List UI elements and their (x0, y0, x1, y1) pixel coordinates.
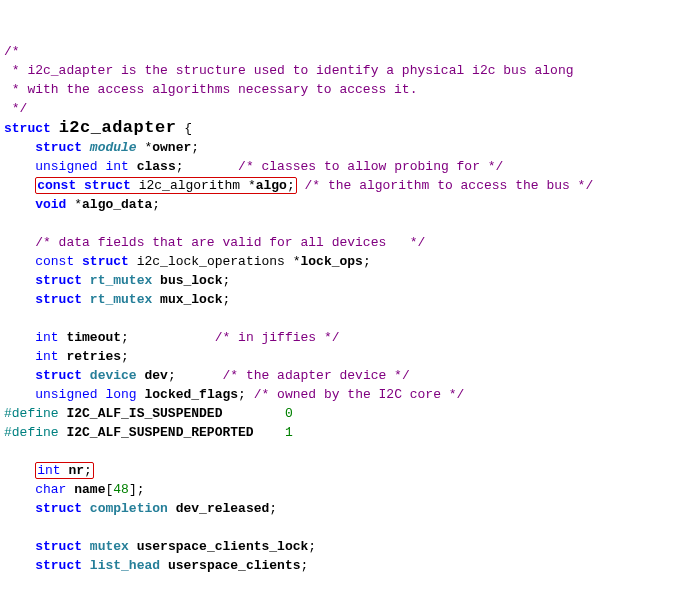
kw-struct: struct (35, 273, 82, 288)
field-retries: retries (66, 349, 121, 364)
num-one: 1 (285, 425, 293, 440)
kw-struct: struct (35, 368, 82, 383)
type-list-head: list_head (90, 558, 160, 573)
field-lock-ops: lock_ops (301, 254, 363, 269)
comment-line: /* (4, 44, 20, 59)
field-locked-flags: locked_flags (144, 387, 238, 402)
field-uc: userspace_clients (168, 558, 301, 573)
comment-datafields: /* data fields that are valid for all de… (35, 235, 425, 250)
kw-struct: struct (35, 501, 82, 516)
pp-define: #define (4, 406, 59, 421)
field-nr: nr (68, 463, 84, 478)
kw-int: int (35, 330, 58, 345)
type-device: device (90, 368, 137, 383)
kw-struct: struct (4, 121, 51, 136)
kw-int: int (37, 463, 60, 478)
num-zero: 0 (285, 406, 293, 421)
field-dev-released: dev_released (176, 501, 270, 516)
kw-struct: struct (35, 558, 82, 573)
highlighted-algo-line: const struct i2c_algorithm *algo; (35, 177, 297, 194)
kw-char: char (35, 482, 66, 497)
field-bus-lock: bus_lock (160, 273, 222, 288)
comment-line: * i2c_adapter is the structure used to i… (4, 63, 574, 78)
field-timeout: timeout (66, 330, 121, 345)
comment-adapterdev: /* the adapter device */ (222, 368, 409, 383)
type-module: module (90, 140, 137, 155)
kw-struct: struct (82, 254, 129, 269)
struct-name: i2c_adapter (59, 118, 177, 137)
field-uc-lock: userspace_clients_lock (137, 539, 309, 554)
num-48: 48 (113, 482, 129, 497)
comment-classes: /* classes to allow probing for */ (238, 159, 503, 174)
field-algo: algo (256, 178, 287, 193)
comment-algo: /* the algorithm to access the bus */ (305, 178, 594, 193)
field-dev: dev (144, 368, 167, 383)
type-rt-mutex: rt_mutex (90, 273, 152, 288)
kw-void: void (35, 197, 66, 212)
field-name: name (74, 482, 105, 497)
kw-int: int (35, 349, 58, 364)
kw-long: long (105, 387, 136, 402)
type-rt-mutex: rt_mutex (90, 292, 152, 307)
kw-struct: struct (35, 539, 82, 554)
kw-int: int (105, 159, 128, 174)
field-mux-lock: mux_lock (160, 292, 222, 307)
comment-line: * with the access algorithms necessary t… (4, 82, 417, 97)
type-completion: completion (90, 501, 168, 516)
kw-struct: struct (35, 292, 82, 307)
field-owner: owner (152, 140, 191, 155)
kw-const: const (37, 178, 76, 193)
highlighted-nr-line: int nr; (35, 462, 94, 479)
field-algo-data: algo_data (82, 197, 152, 212)
field-class: class (137, 159, 176, 174)
kw-const: const (35, 254, 74, 269)
kw-struct: struct (84, 178, 131, 193)
comment-line: */ (4, 101, 27, 116)
type-i2c-algorithm: i2c_algorithm (139, 178, 240, 193)
kw-struct: struct (35, 140, 82, 155)
pp-define: #define (4, 425, 59, 440)
type-mutex: mutex (90, 539, 129, 554)
comment-owned: /* owned by the I2C core */ (254, 387, 465, 402)
kw-unsigned: unsigned (35, 387, 97, 402)
comment-jiffies: /* in jiffies */ (215, 330, 340, 345)
macro-suspended: I2C_ALF_IS_SUSPENDED (66, 406, 222, 421)
code-block: /* * i2c_adapter is the structure used t… (4, 42, 688, 592)
kw-unsigned: unsigned (35, 159, 97, 174)
macro-suspend-reported: I2C_ALF_SUSPEND_REPORTED (66, 425, 253, 440)
type-lock-ops: i2c_lock_operations (137, 254, 285, 269)
